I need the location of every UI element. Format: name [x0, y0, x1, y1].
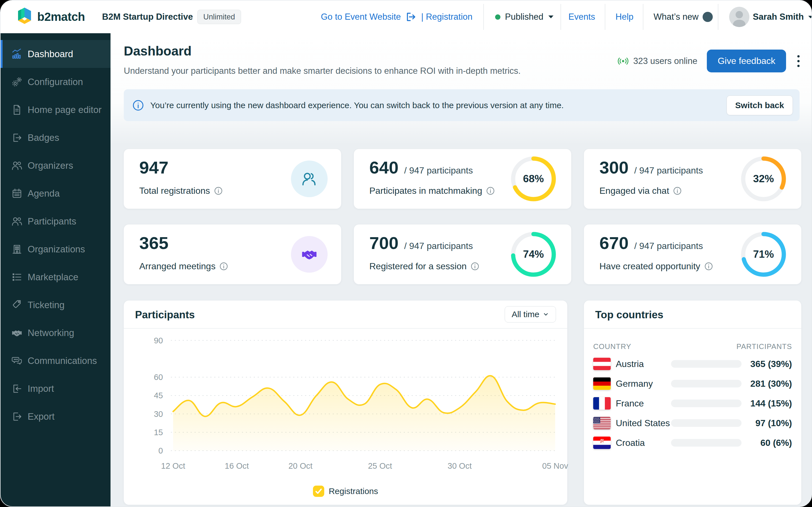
- country-bar: [671, 380, 742, 388]
- users-online: 323 users online: [617, 55, 698, 67]
- svg-text:25 Oct: 25 Oct: [368, 461, 392, 470]
- info-icon[interactable]: [486, 186, 495, 195]
- publish-status-dropdown[interactable]: Published: [495, 12, 554, 22]
- svg-text:16 Oct: 16 Oct: [225, 461, 249, 470]
- handshake-icon: [291, 236, 327, 273]
- svg-text:30 Oct: 30 Oct: [448, 461, 472, 470]
- stat-value: 365: [139, 233, 168, 253]
- column-country: COUNTRY: [593, 342, 631, 351]
- info-icon[interactable]: [704, 262, 713, 271]
- country-row-austria: Austria 365 (39%): [593, 356, 792, 372]
- sidebar-item-label: Participants: [28, 216, 76, 227]
- kebab-menu-icon[interactable]: [796, 54, 799, 69]
- chevron-down-icon: [548, 15, 554, 19]
- donut-percent-label: 68%: [509, 154, 558, 204]
- sidebar-item-import[interactable]: Import: [1, 375, 110, 402]
- info-icon[interactable]: [219, 262, 228, 271]
- country-name: Austria: [616, 359, 644, 369]
- event-name: B2M Startup Directive: [102, 12, 193, 22]
- header-actions: 323 users online Give feedback: [617, 50, 799, 72]
- donut-percent-label: 74%: [509, 230, 558, 279]
- whats-new-button[interactable]: What’s new: [654, 12, 713, 22]
- info-banner: You’re currently using the new dashboard…: [124, 89, 800, 121]
- sidebar-item-badges[interactable]: Badges: [1, 124, 110, 152]
- list-icon: [11, 271, 23, 283]
- country-name: Germany: [616, 379, 653, 389]
- column-participants: PARTICIPANTS: [737, 342, 792, 351]
- stat-label: Engaged via chat: [599, 186, 669, 196]
- site-links: Go to Event Website | Registration: [321, 11, 472, 22]
- b2match-logo-icon: [15, 6, 34, 27]
- donut-percent-label: 71%: [739, 230, 788, 279]
- country-bar: [671, 360, 742, 368]
- user-menu[interactable]: Sarah Smith: [753, 12, 812, 22]
- handshake-icon: [11, 327, 23, 339]
- country-row-croatia: Croatia 60 (6%): [593, 435, 792, 451]
- app-window: b2match B2M Startup Directive Unlimited …: [0, 0, 812, 507]
- sidebar-item-communications[interactable]: Communications: [1, 347, 110, 375]
- svg-text:20 Oct: 20 Oct: [289, 461, 312, 470]
- stat-label: Arranged meetings: [139, 261, 215, 272]
- info-icon[interactable]: [470, 262, 479, 271]
- sidebar-item-marketplace[interactable]: Marketplace: [1, 263, 110, 291]
- chevron-down-icon: [808, 15, 812, 19]
- chart-title: Participants: [135, 309, 195, 321]
- country-value: 144 (15%): [750, 398, 792, 409]
- switch-back-button[interactable]: Switch back: [726, 96, 793, 115]
- topbar-divider: [483, 4, 484, 30]
- germany-flag-icon: [593, 378, 611, 390]
- country-value: 365 (39%): [750, 359, 792, 369]
- stat-value: 640: [369, 158, 398, 177]
- sidebar-item-organizers[interactable]: Organizers: [1, 152, 110, 179]
- external-link-icon: [405, 11, 417, 22]
- give-feedback-button[interactable]: Give feedback: [707, 50, 786, 72]
- svg-text:30: 30: [154, 409, 163, 418]
- chat-donut: 32%: [739, 154, 788, 204]
- country-row-united-states: United States 97 (10%): [593, 415, 792, 431]
- stat-label: Have created opportunity: [599, 261, 700, 272]
- country-bar: [671, 400, 742, 407]
- austria-flag-icon: [593, 358, 611, 370]
- divider: [584, 328, 801, 329]
- sidebar-item-export[interactable]: Export: [1, 402, 110, 431]
- sidebar-item-label: Organizations: [28, 244, 85, 255]
- sidebar-item-label: Home page editor: [28, 105, 101, 115]
- stat-value: 700: [369, 233, 398, 253]
- stat-card-chat: 300/ 947 participants Engaged via chat 3…: [584, 149, 801, 209]
- united-states-flag-icon: [593, 417, 611, 429]
- legend-checkbox-icon[interactable]: [313, 486, 324, 497]
- calendar-icon: [11, 187, 23, 200]
- sidebar-item-label: Networking: [28, 328, 74, 338]
- sidebar-item-ticketing[interactable]: Ticketing: [1, 291, 110, 319]
- go-to-event-website-link[interactable]: Go to Event Website: [321, 12, 401, 22]
- sidebar-item-dashboard[interactable]: Dashboard: [1, 40, 110, 68]
- banner-message: You’re currently using the new dashboard…: [150, 101, 564, 110]
- sidebar-item-organizations[interactable]: Organizations: [1, 235, 110, 263]
- stat-value: 947: [139, 158, 168, 177]
- sidebar-item-label: Organizers: [28, 160, 73, 171]
- publish-status-label: Published: [505, 12, 543, 22]
- sidebar-item-agenda[interactable]: Agenda: [1, 179, 110, 207]
- registration-link[interactable]: | Registration: [421, 12, 472, 22]
- sidebar-item-configuration[interactable]: Configuration: [1, 68, 110, 96]
- svg-text:0: 0: [158, 446, 163, 455]
- nav-events-link[interactable]: Events: [568, 12, 595, 22]
- sidebar-item-participants[interactable]: Participants: [1, 207, 110, 235]
- stat-card-arranged-meetings: 365 Arranged meetings: [124, 224, 341, 284]
- stat-card-matchmaking: 640/ 947 participants Participates in ma…: [354, 149, 571, 209]
- nav-help-link[interactable]: Help: [615, 12, 633, 22]
- time-filter-dropdown[interactable]: All time: [505, 306, 556, 323]
- sidebar-item-home-page-editor[interactable]: Home page editor: [1, 96, 110, 124]
- info-icon[interactable]: [214, 186, 223, 195]
- sidebar-item-label: Ticketing: [28, 300, 64, 311]
- topbar-divider: [718, 4, 718, 30]
- sidebar-item-networking[interactable]: Networking: [1, 319, 110, 347]
- chat-icon: [11, 355, 23, 367]
- badge-icon: [11, 131, 23, 144]
- svg-text:12 Oct: 12 Oct: [161, 461, 185, 470]
- info-icon[interactable]: [673, 186, 682, 195]
- avatar[interactable]: [729, 7, 749, 27]
- chart-legend: Registrations: [124, 486, 567, 497]
- topbar-divider: [560, 4, 561, 30]
- building-icon: [11, 243, 23, 256]
